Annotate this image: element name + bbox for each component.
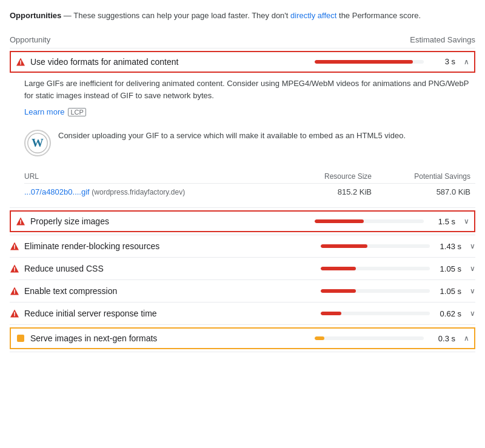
opp-right: 3 s ∧ — [315, 57, 469, 66]
savings-value-7: 0.3 s — [430, 334, 455, 343]
savings-value-4: 1.05 s — [436, 264, 461, 273]
opp-title-6: Reduce initial server response time — [24, 309, 157, 318]
lcp-badge: LCP — [68, 108, 85, 116]
chevron-up-icon: ∧ — [464, 58, 469, 66]
simple-left-5: Enable text compression — [10, 286, 117, 296]
video-description: Large GIFs are inefficient for deliverin… — [24, 78, 475, 103]
opp-right-6: 0.62 s ∨ — [321, 309, 475, 318]
opportunity-properly-size-header[interactable]: Properly size images 1.5 s ∨ — [10, 210, 475, 232]
url-cell: ...07/a4802b0....gif (wordpress.fridayfa… — [24, 184, 292, 201]
progress-bar-container-3 — [321, 244, 430, 248]
opp-title-7: Serve images in next-gen formats — [30, 333, 157, 343]
savings-value-3: 1.43 s — [436, 242, 461, 251]
suggestion-text: Consider uploading your GIF to a service… — [58, 130, 406, 142]
progress-bar-3 — [321, 244, 367, 248]
opportunity-server-response[interactable]: Reduce initial server response time 0.62… — [10, 303, 475, 325]
opp-title: Use video formats for animated content — [30, 57, 178, 67]
chevron-icon-5: ∨ — [470, 287, 475, 295]
column-headers: Opportunity Estimated Savings — [10, 32, 475, 48]
opp-left: Use video formats for animated content — [16, 57, 315, 67]
progress-bar — [315, 60, 413, 64]
simple-left-3: Eliminate render-blocking resources — [10, 241, 159, 251]
chevron-icon-7: ∧ — [464, 334, 469, 343]
opp-left-2: Properly size images — [16, 216, 315, 226]
progress-bar-container — [315, 60, 424, 64]
savings-value-5: 1.05 s — [436, 287, 461, 296]
opportunity-next-gen: Serve images in next-gen formats 0.3 s ∧ — [10, 327, 475, 352]
header-dash: — — [64, 11, 72, 20]
warning-icon-6 — [10, 309, 19, 318]
opp-right-3: 1.43 s ∨ — [321, 242, 475, 251]
warning-icon-4 — [10, 264, 19, 273]
warning-icon — [16, 57, 25, 67]
learn-more-link[interactable]: Learn more — [24, 107, 64, 116]
opp-right-5: 1.05 s ∨ — [321, 287, 475, 296]
url-domain: (wordpress.fridayfactory.dev) — [92, 188, 185, 196]
svg-text:W: W — [32, 136, 44, 149]
opp-title-4: Reduce unused CSS — [24, 264, 104, 273]
warning-icon-2 — [16, 216, 25, 226]
col-potential-savings: Potential Savings — [376, 170, 475, 184]
wordpress-icon: W — [27, 132, 48, 154]
progress-bar-4 — [321, 267, 356, 270]
opportunity-text-compression[interactable]: Enable text compression 1.05 s ∨ — [10, 280, 475, 303]
directly-affect-link[interactable]: directly affect — [290, 11, 336, 20]
progress-bar-container-6 — [321, 312, 430, 315]
header-description: These suggestions can help your page loa… — [73, 11, 290, 20]
opp-left-7: Serve images in next-gen formats — [16, 333, 315, 343]
opportunity-render-blocking[interactable]: Eliminate render-blocking resources 1.43… — [10, 235, 475, 258]
progress-bar-container-7 — [315, 336, 424, 340]
opportunity-unused-css[interactable]: Reduce unused CSS 1.05 s ∨ — [10, 258, 475, 280]
chevron-icon-4: ∨ — [470, 264, 475, 273]
savings-value-2: 1.5 s — [430, 217, 455, 226]
opportunity-video-formats-header[interactable]: Use video formats for animated content 3… — [10, 51, 475, 73]
progress-bar-2 — [315, 219, 364, 223]
warning-icon-5 — [10, 286, 19, 296]
resource-size-cell: 815.2 KiB — [292, 184, 376, 201]
potential-savings-cell: 587.0 KiB — [376, 184, 475, 201]
opp-right-2: 1.5 s ∨ — [315, 217, 469, 226]
opportunity-properly-size: Properly size images 1.5 s ∨ — [10, 210, 475, 235]
progress-bar-7 — [315, 336, 324, 340]
savings-value-6: 0.62 s — [436, 309, 461, 318]
simple-left-4: Reduce unused CSS — [10, 264, 104, 273]
opp-right-7: 0.3 s ∧ — [315, 334, 469, 343]
opp-title-3: Eliminate render-blocking resources — [24, 241, 159, 251]
progress-bar-container-4 — [321, 267, 430, 270]
chevron-icon-3: ∨ — [470, 242, 475, 250]
warning-icon-3 — [10, 241, 19, 251]
opp-title-2: Properly size images — [30, 216, 109, 226]
progress-bar-5 — [321, 289, 356, 293]
opp-right-4: 1.05 s ∨ — [321, 264, 475, 273]
progress-bar-container-5 — [321, 289, 430, 293]
col-resource-size: Resource Size — [292, 170, 376, 184]
url-filename: ...07/a4802b0....gif — [24, 187, 90, 196]
table-row: ...07/a4802b0....gif (wordpress.fridayfa… — [24, 184, 475, 201]
wp-logo: W — [24, 130, 51, 156]
col-savings: Estimated Savings — [410, 35, 475, 44]
header: Opportunities — These suggestions can he… — [10, 10, 475, 22]
progress-bar-6 — [321, 312, 341, 315]
header-description2: the Performance score. — [339, 11, 421, 20]
opportunity-video-formats: Use video formats for animated content 3… — [10, 51, 475, 209]
simple-left-6: Reduce initial server response time — [10, 309, 157, 318]
col-opportunity: Opportunity — [10, 35, 50, 44]
url-table: URL Resource Size Potential Savings ...0… — [24, 170, 475, 200]
svg-rect-2 — [17, 335, 24, 342]
opp-title-5: Enable text compression — [24, 286, 117, 296]
opportunity-next-gen-header[interactable]: Serve images in next-gen formats 0.3 s ∧ — [10, 327, 475, 349]
progress-bar-container-2 — [315, 219, 424, 223]
chevron-icon-6: ∨ — [470, 309, 475, 318]
orange-square-icon — [16, 333, 25, 343]
expanded-content-video: Large GIFs are inefficient for deliverin… — [10, 75, 475, 208]
learn-more-row: Learn more LCP — [24, 107, 475, 116]
suggestion-box: W Consider uploading your GIF to a servi… — [24, 124, 475, 162]
chevron-icon-2: ∨ — [464, 217, 469, 226]
savings-value: 3 s — [430, 57, 455, 66]
col-url: URL — [24, 170, 292, 184]
opportunities-label: Opportunities — [10, 11, 61, 20]
